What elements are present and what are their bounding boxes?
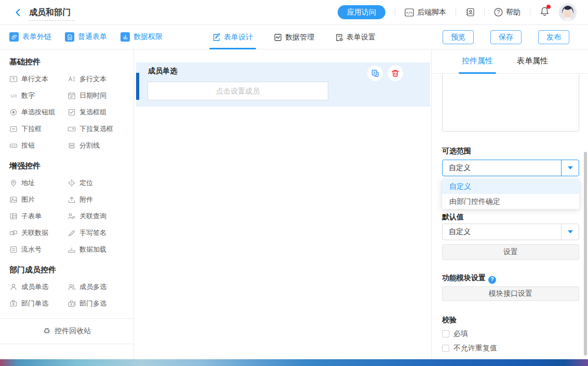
form-toolbar: 表单外链 普通表单 数据权限 表单设计 [0,25,588,49]
section-dept-member-widgets: 部门成员控件 [9,265,133,275]
widget-checkbox-group[interactable]: 复选框组 [68,104,126,121]
svg-text:BTN: BTN [11,145,16,147]
delete-field-button[interactable] [387,66,403,81]
widget-single-line-text[interactable]: 单行文本 [9,71,68,87]
widget-attachment[interactable]: 附件 [68,191,126,208]
chevron-left-icon [14,8,23,17]
avatar-illustration [559,4,577,21]
scope-select-value: 自定义 [443,163,561,173]
default-select-value: 自定义 [443,227,561,237]
notification-bell-button[interactable] [540,6,550,19]
module-api-button[interactable]: 模块接口设置 [442,286,579,301]
divider [395,8,395,16]
set-default-button[interactable]: 设置 [442,244,579,260]
form-canvas[interactable]: 成员单选 点击设置成员 [134,49,431,359]
tab-form-settings[interactable]: 表单设置 [335,25,376,49]
module-help-icon[interactable]: ? [488,276,496,284]
tab-form-properties[interactable]: 表单属性 [517,49,548,74]
widget-sidebar: 基础控件 单行文本 多行文本 123 数字 日期时间 单选按钮组 复选框组 下拉… [0,49,134,359]
validation-label: 校验 [442,315,579,324]
widget-location[interactable]: 定位 [68,175,126,191]
module-settings-label: 功能模块设置? [442,273,579,284]
help-button[interactable]: ? 帮助 [494,8,520,17]
scope-option-custom[interactable]: 自定义 [442,179,579,194]
tab-data-management[interactable]: 数据管理 [274,25,314,49]
question-icon: ? [494,8,503,17]
form-design-icon [212,33,221,42]
contacts-button[interactable] [465,8,475,17]
normal-form-tab[interactable]: 普通表单 [65,32,107,42]
help-label: 帮助 [506,8,520,17]
member-picker-input[interactable]: 点击设置成员 [148,82,328,100]
widget-member-single[interactable]: 成员单选 [9,279,68,295]
tab-widget-properties[interactable]: 控件属性 [462,49,493,74]
publish-button[interactable]: 发布 [538,30,569,44]
page-title: 成员和部门 [29,7,71,18]
normal-form-label: 普通表单 [78,32,107,42]
bar-chart-icon [121,32,130,42]
document-icon [65,32,74,42]
widget-multi-line-text[interactable]: 多行文本 [68,71,126,87]
code-icon: </> [405,8,414,17]
field-card-member-single[interactable]: 成员单选 点击设置成员 [136,62,430,107]
recycle-icon: ♻ [43,327,50,335]
form-settings-icon [335,33,343,42]
widget-datetime[interactable]: 日期时间 [68,87,126,104]
svg-text:</>: </> [406,11,413,15]
tab-form-design-label: 表单设计 [224,33,253,42]
app-header: 成员和部门 应用访问 </> 后端脚本 [0,0,588,25]
widget-address[interactable]: 地址 [9,175,68,191]
options-list-box[interactable] [442,74,579,132]
widget-recycle-bin[interactable]: ♻ 控件回收站 [0,318,134,344]
data-permission-tab[interactable]: 数据权限 [121,32,163,42]
app-access-button[interactable]: 应用访问 [338,5,385,19]
user-avatar[interactable] [559,4,577,21]
save-button[interactable]: 保存 [490,30,522,44]
copy-field-button[interactable] [367,66,383,81]
widget-member-multi[interactable]: 成员多选 [68,279,126,295]
widget-dept-single[interactable]: 部门单选 [9,295,68,312]
form-external-link-tab[interactable]: 表单外链 [9,32,51,42]
backend-script-button[interactable]: </> 后端脚本 [405,8,446,17]
no-duplicate-checkbox-row[interactable]: 不允许重复值 [442,344,497,353]
widget-divider[interactable]: 分割线 [68,137,126,154]
widget-multi-select[interactable]: 下拉复选框 [68,121,126,137]
chevron-down-icon [561,160,579,176]
copy-icon [371,69,379,77]
section-basic-widgets: 基础控件 [9,57,133,67]
widget-number[interactable]: 123 数字 [9,87,68,104]
tab-form-design[interactable]: 表单设计 [212,25,253,49]
required-checkbox[interactable] [442,330,449,337]
properties-panel: 控件属性 表单属性 可选范围 自定义 自定义 由部门控件确定 默认值 自定义 设… [431,49,588,359]
back-button[interactable] [12,7,24,18]
scope-option-by-dept[interactable]: 由部门控件确定 [442,194,579,209]
widget-radio-group[interactable]: 单选按钮组 [9,104,68,121]
scope-dropdown-list: 自定义 由部门控件确定 [442,179,579,209]
widget-data-load[interactable]: 数据加载 [68,241,126,258]
no-duplicate-checkbox[interactable] [442,345,449,352]
chevron-down-icon [561,224,579,240]
widget-serial-number[interactable]: 流水号 [9,241,68,258]
field-label: 成员单选 [148,67,177,76]
panel-scrollbar[interactable] [584,152,587,356]
widget-related-query[interactable]: 关联查询 [68,208,126,225]
widget-image[interactable]: 图片 [9,191,68,208]
widget-subform[interactable]: 子表单 [9,208,68,225]
recycle-label: 控件回收站 [55,326,91,336]
widget-dept-multi[interactable]: 部门多选 [68,295,126,312]
widget-button[interactable]: BTN 按钮 [9,137,68,154]
tab-form-settings-label: 表单设置 [346,33,376,42]
widget-signature[interactable]: 手写签名 [68,225,126,241]
scope-select[interactable]: 自定义 [442,160,579,176]
title-dashed-underline [29,20,74,21]
default-value-select[interactable]: 自定义 [442,224,579,240]
form-title-editable[interactable]: 成员和部门 [29,7,71,18]
data-permission-label: 数据权限 [133,32,163,42]
default-value-label: 默认值 [442,212,579,221]
required-checkbox-row[interactable]: 必填 [442,329,468,338]
divider [456,8,456,16]
no-duplicate-label: 不允许重复值 [453,344,497,353]
widget-select[interactable]: 下拉框 [9,121,68,137]
widget-related-data[interactable]: 关联数据 [9,225,68,241]
preview-button[interactable]: 预览 [443,30,474,44]
